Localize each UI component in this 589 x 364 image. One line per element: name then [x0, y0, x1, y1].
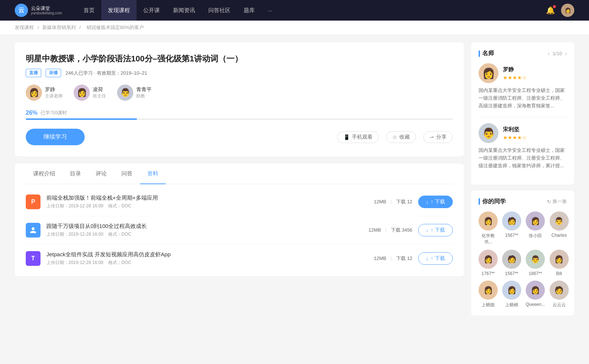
teacher-entry-2-desc: 国内某重点大学安全工程专业硕士，国家一级注册消防工程师、注册安全工程师、级注册建… [479, 147, 567, 169]
collect-button[interactable]: ☆ 收藏 [386, 131, 416, 143]
teacher-entry-1: 👩 罗静 ★★★★☆ 国内某重点大学安全工程专业硕士，国家一级注册消防工程师、注… [479, 63, 567, 110]
resource-2-name: 跟随千万级项目从0到100全过程高效成长 [46, 223, 363, 230]
course-card: 明星中教授课，小学阶段语法100分–强化级第1讲动词（一） 直播 录播 246人… [15, 42, 464, 156]
teacher-entry-2-avatar: 👨 [479, 123, 498, 143]
teachers-list: 👩 罗静 主讲老师 👩 凌荷 班主任 [26, 85, 453, 101]
nav-home[interactable]: 首页 [77, 0, 101, 21]
student-4-name: Charles [551, 233, 567, 238]
breadcrumb: 发现课程 / 新媒体营销系列 / 销冠修炼术搞定80%的客户 [0, 21, 589, 35]
resource-3-stat: 12MB | 下载 12 [374, 255, 412, 262]
student-2[interactable]: 🧑 1567** [502, 211, 521, 245]
download-icon: ↓ [426, 199, 428, 205]
students-panel: 你的同学 ↻ 换一换 👩 化学教书... 🧑 1567** 👩 张小田 [471, 190, 574, 315]
badge-live: 直播 [26, 69, 41, 77]
student-8[interactable]: 👩 Bill [550, 250, 569, 276]
teacher-1-name: 罗静 [45, 86, 63, 93]
student-2-avatar: 🧑 [502, 211, 521, 231]
logo[interactable]: 云 云朵课堂 yunduoketang.com [15, 4, 62, 17]
student-1-avatar: 👩 [479, 211, 498, 231]
student-11-name: Queeen... [526, 302, 545, 307]
student-11[interactable]: 👩 Queeen... [526, 281, 545, 308]
resource-1-stat: 12MB | 下载 12 [374, 199, 412, 205]
teacher-2: 👩 凌荷 班主任 [74, 85, 106, 101]
resource-3-name: Jetpack全组件实战 开发短视频应用高仿皮皮虾App [46, 251, 368, 258]
teachers-panel-header: 名师 ‹ 1/10 › [479, 50, 567, 57]
course-info-text: 246人已学习 · 有效期至：2019–10–21 [66, 70, 147, 76]
main-layout: 明星中教授课，小学阶段语法100分–强化级第1讲动词（一） 直播 录播 246人… [0, 35, 589, 329]
notification-dot [553, 5, 556, 8]
tab-directory[interactable]: 目录 [63, 164, 88, 184]
teacher-3-avatar: 👨 [117, 85, 133, 101]
download-icon-2: ↓ [426, 227, 428, 233]
student-2-name: 1567** [505, 233, 518, 238]
tabs-section: 课程介绍 目录 评论 问答 资料 P 前端全栈加强版！前端全栈+全周期+多端应用… [15, 164, 464, 276]
teacher-entry-2-name: 宋利坚 [503, 126, 527, 133]
phone-watch-button[interactable]: 📱 手机观看 [337, 131, 379, 143]
student-4-avatar: 👨 [550, 211, 569, 231]
tabs: 课程介绍 目录 评论 问答 资料 [26, 164, 453, 184]
course-title: 明星中教授课，小学阶段语法100分–强化级第1讲动词（一） [26, 53, 453, 64]
student-1[interactable]: 👩 化学教书... [479, 211, 498, 245]
resource-1-download[interactable]: ↓ ↑ 下载 [418, 196, 453, 208]
teachers-next-button[interactable]: › [565, 50, 567, 57]
progress-bar [26, 118, 453, 120]
nav-items: 首页 发现课程 公开课 新闻资讯 问答社区 题库 ··· [77, 0, 546, 21]
share-icon: ⇀ [430, 134, 434, 140]
resource-3-info: Jetpack全组件实战 开发短视频应用高仿皮皮虾App 上传日期：2019-1… [46, 251, 368, 266]
teacher-1: 👩 罗静 主讲老师 [26, 85, 63, 101]
phone-watch-label: 手机观看 [352, 134, 373, 140]
teacher-1-role: 主讲老师 [45, 93, 63, 99]
student-10[interactable]: 👩 上晓棉 [502, 281, 521, 308]
nav-discover[interactable]: 发现课程 [101, 0, 137, 21]
star-icon: ☆ [392, 134, 397, 140]
student-10-avatar: 👩 [502, 281, 521, 300]
student-11-avatar: 👩 [526, 281, 545, 300]
student-12[interactable]: 🧑 云云云 [550, 281, 569, 308]
teachers-panel-title: 名师 [479, 50, 494, 57]
user-avatar[interactable]: 👩 [561, 4, 574, 17]
student-5[interactable]: 👩 1767** [479, 250, 498, 276]
tab-reviews[interactable]: 评论 [88, 164, 114, 184]
student-6[interactable]: 🧑 1567** [502, 250, 521, 276]
student-6-avatar: 🧑 [502, 250, 521, 269]
student-9-avatar: 👩 [479, 281, 498, 300]
teachers-prev-button[interactable]: ‹ [548, 50, 550, 57]
teacher-entry-2: 👨 宋利坚 ★★★★☆ 国内某重点大学安全工程专业硕士，国家一级注册消防工程师、… [479, 117, 567, 169]
students-grid: 👩 化学教书... 🧑 1567** 👩 张小田 👨 Charles 👩 [479, 211, 567, 308]
tab-resources[interactable]: 资料 [140, 164, 166, 184]
nav-more[interactable]: ··· [261, 0, 279, 21]
navigation: 云 云朵课堂 yunduoketang.com 首页 发现课程 公开课 新闻资讯… [0, 0, 589, 21]
student-10-name: 上晓棉 [505, 302, 518, 308]
tab-qa[interactable]: 问答 [114, 164, 140, 184]
nav-news[interactable]: 新闻资讯 [166, 0, 202, 21]
sidebar: 名师 ‹ 1/10 › 👩 罗静 ★★★★☆ 国内某重点大学安全工程专业硕士，国… [471, 42, 574, 321]
resource-2-download[interactable]: ↓ ↑ 下载 [418, 224, 453, 236]
student-8-name: Bill [556, 271, 562, 276]
student-12-name: 云云云 [553, 302, 566, 308]
share-button[interactable]: ⇀ 分享 [423, 131, 453, 143]
student-9[interactable]: 👩 上晓能 [479, 281, 498, 308]
breadcrumb-link-1[interactable]: 发现课程 [15, 25, 34, 30]
breadcrumb-link-2[interactable]: 新媒体营销系列 [42, 25, 76, 30]
continue-button[interactable]: 继续学习 [26, 129, 85, 145]
student-9-name: 上晓能 [482, 302, 495, 308]
student-3[interactable]: 👩 张小田 [526, 211, 545, 245]
teacher-3: 👨 青青平 助教 [117, 85, 152, 101]
nav-qa[interactable]: 问答社区 [202, 0, 237, 21]
teacher-3-name: 青青平 [136, 86, 152, 93]
tab-intro[interactable]: 课程介绍 [26, 164, 63, 184]
download-icon-3: ↓ [426, 256, 428, 261]
teacher-entry-1-avatar: 👩 [479, 63, 498, 83]
breadcrumb-current: 销冠修炼术搞定80%的客户 [87, 25, 144, 30]
student-7[interactable]: 👨 1867** [526, 250, 545, 276]
resource-3-download[interactable]: ↓ ↑ 下载 [418, 252, 453, 265]
student-4[interactable]: 👨 Charles [550, 211, 569, 245]
bell-icon[interactable]: 🔔 [546, 6, 555, 15]
student-3-name: 张小田 [529, 233, 542, 239]
student-6-name: 1567** [505, 271, 518, 276]
resource-3-meta: 上传日期：2019-12-28 16:00 格式：DOC [46, 260, 368, 266]
nav-quiz[interactable]: 题库 [237, 0, 261, 21]
nav-open[interactable]: 公开课 [137, 0, 166, 21]
refresh-button[interactable]: ↻ 换一换 [547, 198, 567, 205]
resource-1-name: 前端全栈加强版！前端全栈+全周期+多端应用 [46, 195, 368, 201]
